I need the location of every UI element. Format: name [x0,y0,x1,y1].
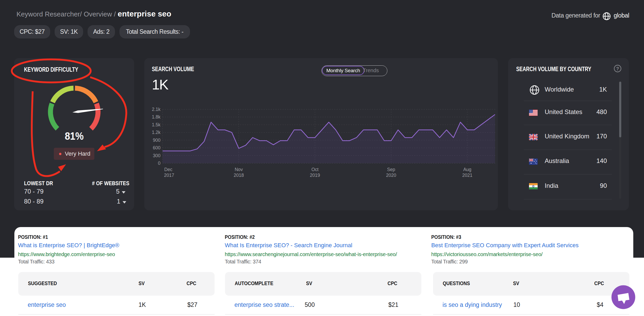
svg-text:300: 300 [153,153,160,158]
svg-text:Dec: Dec [164,167,172,172]
svg-text:2020: 2020 [386,173,396,178]
svg-text:1.8k: 1.8k [152,114,160,120]
svg-text:2.1k: 2.1k [152,107,160,112]
svg-text:2021: 2021 [462,173,473,178]
svg-text:1.2k: 1.2k [152,130,160,135]
svg-text:600: 600 [153,145,160,150]
svg-text:?: ? [616,66,619,71]
svg-text:Sep: Sep [387,167,395,172]
svg-text:Oct: Oct [311,167,318,172]
svg-text:2017: 2017 [164,173,174,178]
svg-text:900: 900 [153,138,160,143]
svg-text:1.5k: 1.5k [152,122,160,127]
svg-text:2018: 2018 [234,173,244,178]
svg-text:Aug: Aug [463,167,471,172]
svg-text:2019: 2019 [310,173,320,178]
svg-text:Nov: Nov [235,167,243,172]
svg-text:0: 0 [158,161,160,166]
